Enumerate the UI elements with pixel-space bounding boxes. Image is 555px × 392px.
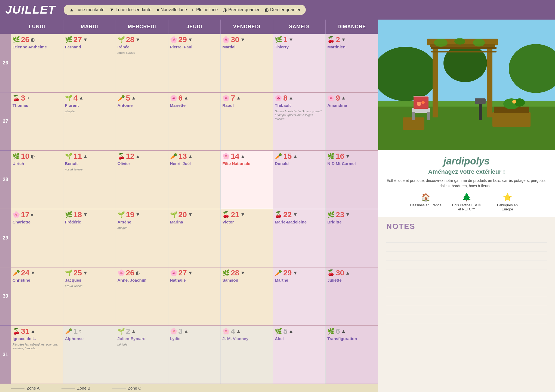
week-num-31: 31 xyxy=(0,325,11,384)
day-saint-name: Donald xyxy=(275,161,324,166)
brand-section: jardipolys Aménagez votre extérieur ! Es… xyxy=(378,150,555,217)
note-line-6[interactable] xyxy=(386,280,547,287)
day-number-row: 🌸17● xyxy=(13,210,61,219)
note-line-7[interactable] xyxy=(386,289,547,296)
day-number-row: 🌸6▲ xyxy=(170,94,219,102)
feature-france-label: Dessinés en France xyxy=(410,203,442,207)
day-plant-icon: 🌸 xyxy=(13,211,20,218)
right-panel: jardipolys Aménagez votre extérieur ! Es… xyxy=(378,20,555,392)
day-number-row: 🍒31▲ xyxy=(13,327,61,336)
day-plant-icon: 🌸 xyxy=(222,153,230,160)
day-cell-27-5: 🌸8▲ThibaultSemez la mâche "à Grosse grai… xyxy=(273,93,326,151)
svg-rect-20 xyxy=(475,98,486,104)
svg-point-26 xyxy=(473,39,485,46)
day-cell-26-2: 🌱28▼Irénéenœud lunaire xyxy=(116,34,168,92)
week-num-header xyxy=(0,20,11,34)
day-plant-icon: 🌿 xyxy=(327,211,335,218)
day-number: 3 xyxy=(21,94,25,102)
day-moon-icon: ▲ xyxy=(289,328,294,334)
day-plant-icon: 🌸 xyxy=(327,95,335,102)
svg-rect-6 xyxy=(433,41,438,117)
note-line-4[interactable] xyxy=(386,262,547,269)
day-cell-27-4: 🌸7▲Raoul xyxy=(221,93,273,151)
week-row-29: 🌸17●Charlotte🌿18▼Frédéric🌱19▼Arsèneapogé… xyxy=(11,209,378,267)
main-content: 26 27 28 29 30 31 LUNDI MARDI MERCREDI J… xyxy=(0,20,555,392)
feature-bois: 🌲 Bois certifié FSC® et PEFC™ xyxy=(450,193,483,211)
garden-image xyxy=(378,20,555,150)
lune-descendante-icon: ▼ xyxy=(109,7,114,13)
day-cell-30-0: 🥕24▼Christine xyxy=(11,267,63,325)
day-number-row: 🌸3▲ xyxy=(170,327,219,336)
day-saint-name: Brigitte xyxy=(327,220,376,224)
day-saint-name: Florent xyxy=(65,103,114,108)
day-number-row: 🥕24▼ xyxy=(13,269,61,277)
day-number-row: 🥕29▼ xyxy=(275,269,324,277)
day-saint-name: Irénée xyxy=(118,45,166,49)
day-cell-30-2: 🌸26◐Anne, Joachim xyxy=(116,267,168,325)
day-number-row: 🌱20▼ xyxy=(170,210,219,219)
day-plant-icon: 🌿 xyxy=(65,36,72,43)
note-line-2[interactable] xyxy=(386,244,547,251)
day-moon-icon: ▲ xyxy=(131,95,136,101)
note-line-10[interactable] xyxy=(386,316,547,323)
day-moon-icon: ▲ xyxy=(83,154,88,159)
day-number-row: 🌱25▼ xyxy=(65,269,114,277)
day-moon-icon: ▼ xyxy=(345,212,350,217)
day-plant-icon: 🍒 xyxy=(327,269,335,276)
day-moon-icon: ▲ xyxy=(240,154,245,159)
note-line-8[interactable] xyxy=(386,298,547,305)
day-saint-name: Mariette xyxy=(170,103,219,108)
legend-pleine-lune: ○ Pleine lune xyxy=(192,7,218,13)
week-row-27: 🍒3○Thomas🌱4▲Florentpérigée🥕5▲Antoine🌸6▲M… xyxy=(11,92,378,151)
svg-rect-19 xyxy=(479,101,482,120)
day-number: 17 xyxy=(21,210,29,219)
day-plant-icon: 🌸 xyxy=(170,95,177,102)
day-moon-icon: ▲ xyxy=(30,328,35,334)
svg-point-25 xyxy=(454,38,465,45)
day-saint-name: Marie-Madeleine xyxy=(275,220,324,224)
day-plant-icon: 🍒 xyxy=(118,153,125,160)
day-cell-26-1: 🌿27▼Fernand xyxy=(63,34,116,92)
day-moon-icon: ▼ xyxy=(293,212,298,217)
lune-montante-icon: ▲ xyxy=(69,7,74,13)
day-moon-icon: ◐ xyxy=(135,270,140,276)
day-moon-icon: ▲ xyxy=(236,328,241,334)
day-cell-28-2: 🍒12▲Olivier xyxy=(116,151,168,209)
header-lundi: LUNDI xyxy=(11,20,63,34)
day-moon-icon: ▲ xyxy=(345,270,350,276)
day-number-row: 🥕13▲ xyxy=(170,152,219,161)
day-number: 15 xyxy=(283,152,292,161)
day-saint-name: Martial xyxy=(222,45,271,49)
note-line-5[interactable] xyxy=(386,271,547,278)
header-jeudi: JEUDI xyxy=(168,20,221,34)
day-number: 30 xyxy=(336,269,344,277)
header-mardi: MARDI xyxy=(63,20,116,34)
day-number: 13 xyxy=(178,152,187,161)
day-note: périgée xyxy=(118,343,166,346)
legend-nouvelle-lune: ● Nouvelle lune xyxy=(156,7,187,13)
week-row-31: 🍒31▲Ignace de L.Récoltez les aubergines,… xyxy=(11,325,378,384)
note-line-9[interactable] xyxy=(386,307,547,314)
day-note: nœud lunaire xyxy=(65,167,114,171)
note-line-1[interactable] xyxy=(386,235,547,242)
day-plant-icon: 🌸 xyxy=(170,269,177,276)
day-plant-icon: 🌿 xyxy=(275,328,282,335)
day-cell-29-4: 🍒21▼Victor xyxy=(221,209,273,267)
day-saint-name: N-D Mt-Carmel xyxy=(327,161,376,166)
day-number-row: 🌱4▲ xyxy=(65,94,114,102)
zone-a: Zone A xyxy=(11,386,40,390)
day-number-row: 🍒3○ xyxy=(13,94,61,102)
day-moon-icon: ▼ xyxy=(293,270,298,276)
day-moon-icon: ▼ xyxy=(188,270,193,276)
day-plant-icon: 🥕 xyxy=(275,269,282,276)
page-header: JUILLET ▲ Lune montante ▼ Lune descendan… xyxy=(0,0,555,20)
day-saint-name: Julien-Eymard xyxy=(118,336,166,341)
week-row-30: 🥕24▼Christine🌱25▼Jacquesnœud lunaire🌸26◐… xyxy=(11,267,378,325)
day-number: 8 xyxy=(283,94,288,102)
day-moon-icon: ▼ xyxy=(83,270,88,276)
note-line-3[interactable] xyxy=(386,253,547,260)
day-cell-28-5: 🥕15▲Donald xyxy=(273,151,326,209)
day-cell-28-0: 🌿10◐Ulrich xyxy=(11,151,63,209)
svg-rect-5 xyxy=(378,101,555,107)
day-plant-icon: 🍒 xyxy=(327,36,335,43)
